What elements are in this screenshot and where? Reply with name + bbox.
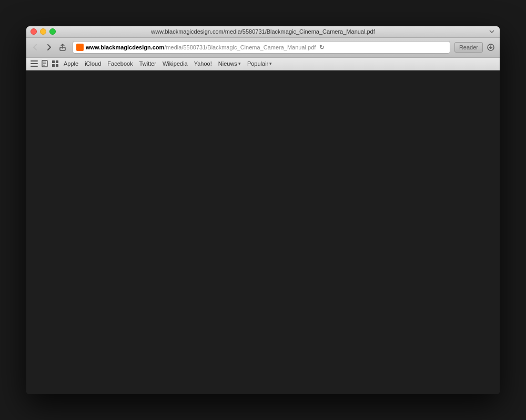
bookmark-facebook[interactable]: Facebook xyxy=(105,59,135,68)
title-bar: www.blackmagicdesign.com/media/5580731/B… xyxy=(26,26,500,38)
bookmark-icloud-label: iCloud xyxy=(85,60,101,67)
svg-rect-4 xyxy=(31,66,38,67)
bookmark-nieuws-label: Nieuws xyxy=(218,60,237,67)
toolbar: www.blackmagicdesign.com /media/5580731/… xyxy=(26,38,500,58)
svg-rect-3 xyxy=(31,63,38,64)
content-area xyxy=(26,70,500,394)
address-bar[interactable]: www.blackmagicdesign.com /media/5580731/… xyxy=(73,41,450,54)
populair-dropdown-icon: ▾ xyxy=(269,61,272,66)
bookmark-nieuws[interactable]: Nieuws ▾ xyxy=(216,59,244,68)
svg-rect-12 xyxy=(56,64,58,67)
bookmark-apple[interactable]: Apple xyxy=(61,59,81,68)
reading-list-button[interactable] xyxy=(40,59,49,68)
address-domain: www.blackmagicdesign.com xyxy=(86,44,164,50)
bookmark-populair-label: Populair xyxy=(247,60,268,67)
window-controls xyxy=(26,28,56,35)
expand-button[interactable] xyxy=(488,28,495,35)
bookmark-twitter[interactable]: Twitter xyxy=(137,59,159,68)
bookmark-populair[interactable]: Populair ▾ xyxy=(245,59,275,68)
address-path: /media/5580731/Blackmagic_Cinema_Camera_… xyxy=(164,44,316,50)
bookmark-facebook-label: Facebook xyxy=(107,60,133,67)
nieuws-dropdown-icon: ▾ xyxy=(238,61,241,66)
svg-rect-11 xyxy=(52,64,55,67)
minimize-button[interactable] xyxy=(40,28,46,35)
maximize-button[interactable] xyxy=(49,28,56,35)
svg-rect-2 xyxy=(31,60,38,62)
bookmark-wikipedia-label: Wikipedia xyxy=(163,60,188,67)
bookmark-apple-label: Apple xyxy=(64,60,78,67)
grid-button[interactable] xyxy=(50,59,60,68)
reader-button[interactable]: Reader xyxy=(454,42,483,53)
download-button[interactable] xyxy=(485,42,497,53)
svg-rect-10 xyxy=(56,60,58,63)
back-button[interactable] xyxy=(29,42,41,53)
window-title: www.blackmagicdesign.com/media/5580731/B… xyxy=(26,28,500,35)
refresh-button[interactable]: ↻ xyxy=(318,43,326,52)
bookmarks-bar: Apple iCloud Facebook Twitter Wikipedia … xyxy=(26,58,500,70)
sidebar-toggle-button[interactable] xyxy=(29,59,39,68)
bookmark-twitter-label: Twitter xyxy=(139,60,156,67)
bookmark-icloud[interactable]: iCloud xyxy=(82,59,104,68)
bookmark-yahoo[interactable]: Yahoo! xyxy=(191,59,215,68)
svg-rect-9 xyxy=(52,60,55,63)
bookmark-wikipedia[interactable]: Wikipedia xyxy=(160,59,190,68)
bookmark-yahoo-label: Yahoo! xyxy=(194,60,212,67)
forward-button[interactable] xyxy=(43,42,55,53)
share-button[interactable] xyxy=(57,42,68,53)
close-button[interactable] xyxy=(31,28,37,35)
browser-window: www.blackmagicdesign.com/media/5580731/B… xyxy=(26,26,500,394)
favicon xyxy=(76,44,84,51)
